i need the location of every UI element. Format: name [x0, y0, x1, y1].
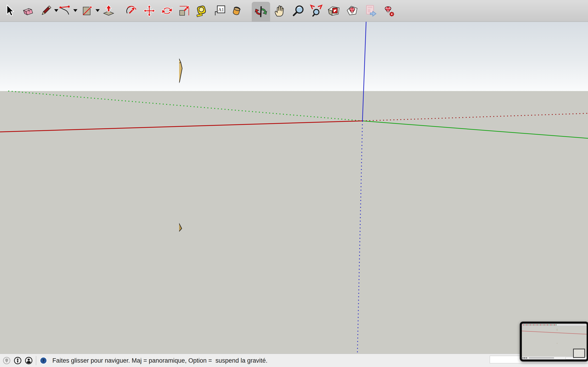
shapes-dropdown-caret[interactable]: [95, 9, 100, 12]
zoom-icon: [292, 4, 305, 17]
tool-extension-manager[interactable]: [380, 0, 398, 22]
tool-3d-warehouse[interactable]: [325, 0, 343, 22]
text-icon: [213, 4, 226, 17]
arc-icon: [58, 4, 72, 17]
extension-warehouse-icon: [346, 4, 359, 17]
tool-shapes[interactable]: [78, 0, 96, 22]
follow-me-icon: [125, 4, 138, 17]
credits-icon[interactable]: [14, 357, 22, 365]
tool-move[interactable]: [140, 0, 158, 22]
tool-zoom[interactable]: [289, 0, 308, 22]
tool-paint-bucket[interactable]: [227, 0, 246, 22]
move-icon: [143, 4, 156, 17]
sketchup-window: { "app": {"name": "SketchUp", "language"…: [0, 0, 588, 367]
dog-model[interactable]: [179, 53, 365, 319]
select-icon: [3, 4, 17, 17]
tool-select[interactable]: [1, 0, 19, 22]
tool-arc[interactable]: [56, 0, 74, 22]
tool-text[interactable]: [211, 0, 229, 22]
tool-send-to-layout[interactable]: [361, 0, 379, 22]
send-to-layout-icon: [363, 4, 376, 17]
line-icon: [39, 4, 52, 17]
shapes-icon: [81, 4, 94, 17]
orbit-icon: [254, 5, 268, 18]
screenshot-thumbnail[interactable]: [520, 322, 588, 361]
extension-manager-icon: [382, 4, 396, 17]
tool-extension-warehouse[interactable]: [343, 0, 361, 22]
tool-push-pull[interactable]: [99, 0, 118, 22]
zoom-extents-icon: [310, 4, 323, 17]
tool-tape-measure[interactable]: [192, 0, 211, 22]
eraser-icon: [21, 4, 34, 17]
arc-dropdown-caret[interactable]: [73, 9, 78, 12]
pan-icon: [273, 4, 286, 17]
geolocation-icon[interactable]: [3, 357, 10, 365]
toolbar: [0, 0, 588, 22]
scale-icon: [178, 4, 191, 17]
tool-follow-me[interactable]: [122, 0, 141, 22]
tool-zoom-extents[interactable]: [307, 0, 326, 22]
tool-scale[interactable]: [175, 0, 193, 22]
tape-measure-icon: [195, 4, 208, 17]
sign-in-icon[interactable]: [25, 357, 33, 365]
tool-orbit[interactable]: [252, 2, 270, 22]
paint-bucket-icon: [230, 4, 243, 17]
3d-warehouse-icon: [327, 4, 340, 17]
rotate-icon: [160, 4, 174, 17]
thumbnail-dog: [541, 328, 557, 351]
push-pull-icon: [102, 4, 115, 17]
help-icon[interactable]: [40, 357, 47, 365]
thumbnail-nested-preview: [573, 349, 585, 358]
thumbnail-screen: [522, 324, 587, 359]
tool-line[interactable]: [37, 0, 55, 22]
tool-rotate[interactable]: [158, 0, 176, 22]
divider: [36, 356, 36, 365]
status-message: Faites glisser pour naviguer. Maj = pano…: [52, 357, 268, 364]
tool-eraser[interactable]: [18, 0, 37, 22]
tool-pan[interactable]: [270, 0, 289, 22]
viewport[interactable]: [0, 22, 588, 354]
